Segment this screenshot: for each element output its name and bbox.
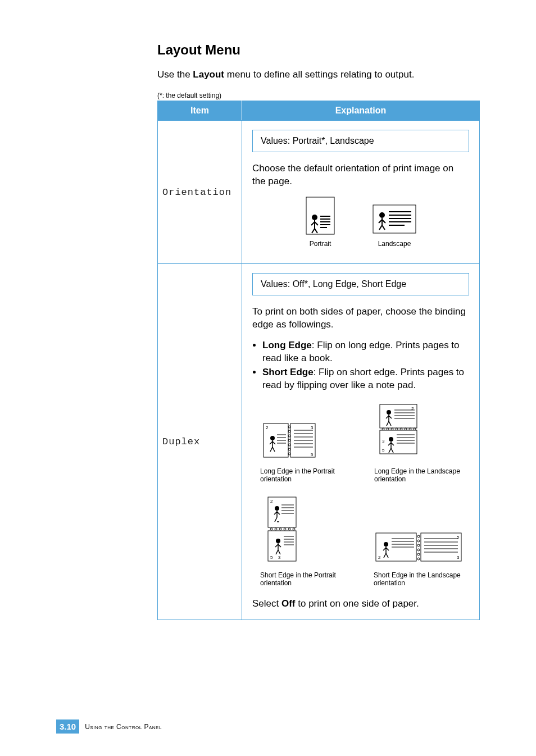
page-number: 10 <box>67 722 76 731</box>
svg-point-70 <box>284 528 286 530</box>
svg-text:5: 5 <box>311 452 314 457</box>
svg-text:2: 2 <box>270 499 273 504</box>
svg-text:5: 5 <box>382 448 385 453</box>
svg-point-1 <box>312 215 317 220</box>
illus-portrait: Portrait <box>303 196 337 248</box>
svg-point-48 <box>400 428 402 430</box>
shortedge-portrait-icon: 2 <box>260 495 305 568</box>
svg-point-89 <box>417 540 420 542</box>
svg-point-44 <box>382 428 384 430</box>
svg-text:5: 5 <box>270 555 273 560</box>
desc-orientation: Choose the default orientation of print … <box>252 162 469 188</box>
illus-landscape: Landscape <box>371 203 418 248</box>
explanation-orientation: Values: Portrait*, Landscape Choose the … <box>242 121 480 264</box>
svg-text:3: 3 <box>278 555 281 560</box>
svg-text:3: 3 <box>457 555 460 560</box>
svg-point-22 <box>288 430 290 432</box>
intro-suffix: menu to define all settings relating to … <box>224 69 414 80</box>
intro-prefix: Use the <box>157 69 193 80</box>
default-setting-note: (*: the default setting) <box>157 92 480 99</box>
bullet-bold: Short Edge <box>262 367 314 377</box>
svg-point-27 <box>288 453 290 455</box>
svg-point-90 <box>417 544 420 546</box>
select-bold: Off <box>281 598 296 609</box>
chapter-number: 3. <box>60 722 67 731</box>
portrait-page-icon <box>303 196 337 236</box>
caption-landscape: Landscape <box>371 240 418 248</box>
page-number-badge: 3.10 <box>56 719 79 734</box>
page-footer: 3.10 Using the Control Panel <box>56 719 162 734</box>
svg-point-51 <box>414 428 416 430</box>
svg-point-45 <box>387 428 389 430</box>
svg-text:2: 2 <box>378 555 381 560</box>
values-box-orientation: Values: Portrait*, Landscape <box>252 130 469 152</box>
svg-point-8 <box>379 212 385 218</box>
svg-text:5: 5 <box>457 535 460 540</box>
intro-text: Use the Layout menu to define all settin… <box>157 69 480 80</box>
svg-point-26 <box>288 448 290 450</box>
svg-point-50 <box>409 428 411 430</box>
svg-point-39 <box>387 410 391 415</box>
svg-point-88 <box>417 535 420 538</box>
intro-bold: Layout <box>193 69 224 80</box>
illus-longedge-portrait: 2 <box>260 419 346 484</box>
svg-point-46 <box>391 428 393 430</box>
caption-se-landscape: Short Edge in the Landscape orientation <box>374 571 469 588</box>
svg-rect-52 <box>380 430 417 454</box>
layout-menu-table: Item Explanation Orientation Values: Por… <box>157 101 480 620</box>
svg-point-16 <box>270 436 275 440</box>
svg-point-25 <box>288 444 290 446</box>
explanation-duplex: Values: Off*, Long Edge, Short Edge To p… <box>242 264 480 620</box>
landscape-page-icon <box>371 203 418 236</box>
svg-point-68 <box>275 528 277 530</box>
select-off-text: Select Off to print on one side of paper… <box>252 598 469 609</box>
caption-portrait: Portrait <box>303 240 337 248</box>
footer-text: Using the Control Panel <box>85 723 162 731</box>
svg-point-83 <box>384 542 388 546</box>
svg-point-24 <box>288 439 290 441</box>
svg-point-21 <box>288 426 290 428</box>
illus-longedge-landscape: 2 <box>374 402 469 484</box>
bullet-short-edge: Short Edge: Flip on short edge. Prints p… <box>262 366 469 392</box>
item-duplex: Duplex <box>158 264 242 620</box>
svg-rect-94 <box>421 533 461 561</box>
svg-point-47 <box>396 428 398 430</box>
svg-point-49 <box>405 428 407 430</box>
values-box-duplex: Values: Off*, Long Edge, Short Edge <box>252 273 469 295</box>
svg-point-23 <box>288 435 290 437</box>
desc-duplex: To print on both sides of paper, choose … <box>252 306 469 331</box>
item-orientation: Orientation <box>158 121 242 264</box>
select-suffix: to print on one side of paper. <box>296 598 419 609</box>
svg-point-93 <box>417 558 420 560</box>
illus-shortedge-landscape: 2 <box>374 529 469 588</box>
section-heading: Layout Menu <box>157 42 480 58</box>
svg-point-92 <box>417 553 420 555</box>
svg-point-69 <box>279 528 281 530</box>
svg-point-67 <box>270 528 272 530</box>
bullet-bold: Long Edge <box>262 340 312 350</box>
caption-le-portrait: Long Edge in the Portrait orientation <box>260 467 346 484</box>
bullet-long-edge: Long Edge: Flip on long edge. Prints pag… <box>262 339 469 365</box>
duplex-bullets: Long Edge: Flip on long edge. Prints pag… <box>262 339 469 392</box>
longedge-landscape-icon: 2 <box>374 402 425 464</box>
svg-point-76 <box>276 539 280 543</box>
shortedge-landscape-icon: 2 <box>374 529 469 568</box>
svg-text:2: 2 <box>266 425 269 430</box>
svg-point-72 <box>293 528 295 530</box>
illus-shortedge-portrait: 2 <box>260 495 346 588</box>
svg-point-55 <box>389 437 393 441</box>
svg-point-91 <box>417 549 420 551</box>
svg-text:3: 3 <box>311 425 314 430</box>
svg-point-62 <box>275 506 279 511</box>
caption-se-portrait: Short Edge in the Portrait orientation <box>260 571 346 588</box>
longedge-portrait-icon: 2 <box>260 419 322 464</box>
col-header-item: Item <box>158 101 242 121</box>
select-prefix: Select <box>252 598 281 609</box>
col-header-explanation: Explanation <box>242 101 480 121</box>
svg-point-71 <box>288 528 290 530</box>
svg-text:3: 3 <box>382 439 385 444</box>
table-row: Duplex Values: Off*, Long Edge, Short Ed… <box>158 264 480 620</box>
caption-le-landscape: Long Edge in the Landscape orientation <box>374 467 469 484</box>
table-row: Orientation Values: Portrait*, Landscape… <box>158 121 480 264</box>
svg-text:2: 2 <box>411 406 414 411</box>
